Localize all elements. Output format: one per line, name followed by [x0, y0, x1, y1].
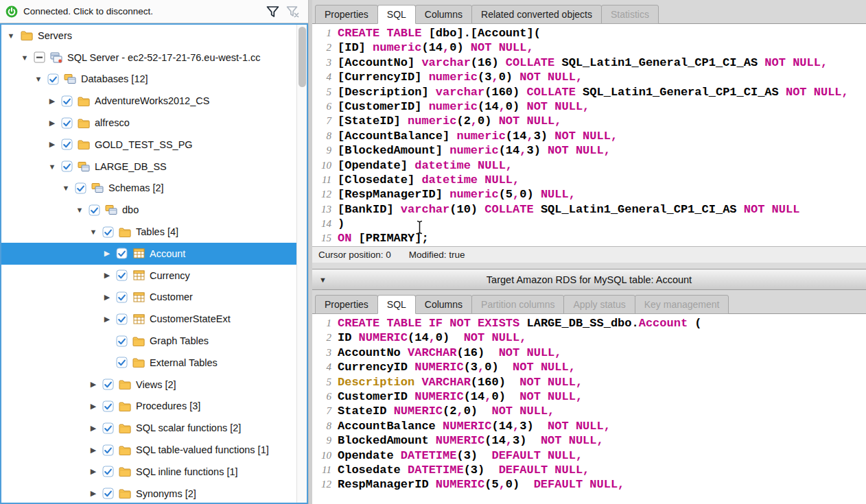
tree-item-adventureworks2012-cs[interactable]: ▶AdventureWorks2012_CS — [1, 90, 307, 112]
chevron-down-icon[interactable]: ▼ — [18, 53, 32, 62]
chevron-down-icon[interactable]: ▼ — [4, 32, 18, 40]
checkbox-checked[interactable] — [114, 269, 130, 281]
tree-scrollbar-thumb[interactable] — [299, 27, 306, 87]
checkbox-checked[interactable] — [114, 357, 130, 368]
checkbox-checked[interactable] — [59, 95, 75, 107]
tab-partition-columns[interactable]: Partition columns — [471, 295, 564, 314]
tree-item-graph-tables[interactable]: Graph Tables — [1, 330, 307, 352]
tree-item-gold-test-ss-pg[interactable]: ▶GOLD_TEST_SS_PG — [1, 134, 307, 156]
line-number: 3 — [314, 346, 331, 360]
connection-status-icon[interactable] — [5, 5, 18, 18]
filter-icon[interactable] — [266, 5, 280, 19]
code-line: 1CREATE TABLE [dbo].[Account]( — [314, 26, 866, 40]
checkbox-checked[interactable] — [100, 488, 116, 499]
chevron-right-icon[interactable]: ▶ — [100, 293, 114, 302]
line-number: 5 — [314, 375, 331, 389]
chevron-down-icon[interactable]: ▼ — [59, 184, 73, 192]
tab-statistics[interactable]: Statistics — [601, 5, 659, 24]
tree-item-label: Account — [150, 248, 185, 259]
folder-icon — [116, 466, 134, 477]
tree-item-servers[interactable]: ▼Servers — [1, 25, 307, 47]
chevron-right-icon[interactable]: ▶ — [45, 97, 59, 106]
chevron-down-icon[interactable]: ▼ — [45, 163, 59, 171]
db-icon — [61, 73, 79, 84]
target-sql-editor[interactable]: 1CREATE TABLE IF NOT EXISTS LARGE_DB_SS_… — [312, 314, 866, 504]
checkbox-checked[interactable] — [59, 139, 75, 150]
line-number: 9 — [314, 433, 331, 448]
tab-apply-status[interactable]: Apply status — [563, 295, 635, 314]
tab-key-management[interactable]: Key management — [635, 295, 729, 314]
filter-clear-icon[interactable] — [285, 5, 300, 19]
tree-item-sql-server-ec2-52-17-21-76-eu-west-1-cc[interactable]: ▼SQL Server - ec2-52-17-21-76.eu-west-1.… — [1, 47, 307, 69]
source-tree-panel: Connected. Click to disconnect. ▼Servers… — [0, 0, 308, 504]
checkbox-checked[interactable] — [114, 313, 130, 325]
checkbox-checked[interactable] — [100, 422, 116, 434]
tree-item-views-2[interactable]: ▶Views [2] — [1, 374, 307, 396]
chevron-right-icon[interactable]: ▶ — [45, 140, 59, 149]
tab-sql[interactable]: SQL — [377, 295, 416, 314]
tree-item-label: CustomerStateExt — [150, 313, 231, 324]
code-text: [BankID] varchar(10) COLLATE SQL_Latin1_… — [338, 202, 799, 217]
tree-item-tables-4[interactable]: ▼Tables [4] — [1, 221, 307, 243]
tree-item-sql-inline-functions-1[interactable]: ▶SQL inline functions [1] — [1, 461, 307, 483]
checkbox-checked[interactable] — [73, 182, 89, 194]
tab-related-converted-objects[interactable]: Related converted objects — [471, 5, 602, 24]
code-text: ID NUMERIC(14,0) NOT NULL, — [338, 331, 526, 345]
chevron-right-icon[interactable]: ▶ — [86, 402, 100, 411]
tree-item-dbo[interactable]: ▼dbo — [1, 199, 307, 221]
tree-item-customer[interactable]: ▶Customer — [1, 287, 307, 309]
panel-splitter-horizontal[interactable] — [312, 263, 866, 269]
tree-item-sql-table-valued-functions-1[interactable]: ▶SQL table-valued functions [1] — [1, 439, 307, 461]
chevron-right-icon[interactable]: ▶ — [86, 424, 100, 433]
tree-item-alfresco[interactable]: ▶alfresco — [1, 112, 307, 134]
chevron-right-icon[interactable]: ▶ — [86, 467, 100, 476]
tree-item-databases-12[interactable]: ▼Databases [12] — [1, 69, 307, 91]
checkbox-indeterminate[interactable] — [32, 51, 47, 63]
tab-sql[interactable]: SQL — [377, 5, 416, 24]
connection-status-text[interactable]: Connected. Click to disconnect. — [23, 6, 153, 16]
tree-item-schemas-2[interactable]: ▼Schemas [2] — [1, 178, 307, 200]
tree-scrollbar[interactable] — [296, 25, 307, 503]
tab-properties[interactable]: Properties — [315, 5, 378, 24]
chevron-right-icon[interactable]: ▶ — [100, 249, 114, 258]
checkbox-checked[interactable] — [100, 226, 116, 238]
collapse-arrow-icon[interactable]: ▼ — [319, 276, 327, 284]
tree-item-currency[interactable]: ▶Currency — [1, 265, 307, 287]
tab-columns[interactable]: Columns — [415, 295, 472, 314]
code-line: 5Description VARCHAR(160) NOT NULL, — [314, 375, 866, 389]
tree-item-external-tables[interactable]: External Tables — [1, 352, 307, 374]
chevron-right-icon[interactable]: ▶ — [86, 380, 100, 389]
checkbox-checked[interactable] — [45, 73, 61, 85]
chevron-right-icon[interactable]: ▶ — [45, 119, 59, 128]
chevron-right-icon[interactable]: ▶ — [100, 315, 114, 324]
tree-item-large-db-ss[interactable]: ▼LARGE_DB_SS — [1, 156, 307, 178]
tree-item-sql-scalar-functions-2[interactable]: ▶SQL scalar functions [2] — [1, 417, 307, 439]
chevron-right-icon[interactable]: ▶ — [86, 489, 100, 498]
tree-item-account[interactable]: ▶Account — [1, 243, 307, 265]
chevron-right-icon[interactable]: ▶ — [100, 271, 114, 280]
code-text: [Description] varchar(160) COLLATE SQL_L… — [338, 85, 849, 99]
checkbox-checked[interactable] — [100, 444, 116, 456]
tree-item-procedures-3[interactable]: ▶Procedures [3] — [1, 396, 307, 418]
checkbox-checked[interactable] — [114, 248, 130, 259]
checkbox-checked[interactable] — [100, 379, 116, 390]
tree-item-label: LARGE_DB_SS — [95, 161, 167, 172]
checkbox-checked[interactable] — [86, 204, 102, 216]
line-number: 8 — [314, 419, 331, 433]
checkbox-checked[interactable] — [100, 466, 116, 477]
source-sql-editor[interactable]: 1CREATE TABLE [dbo].[Account](2[ID] nume… — [312, 24, 866, 246]
checkbox-checked[interactable] — [114, 291, 130, 303]
tree-item-synonyms-2[interactable]: ▶Synonyms [2] — [1, 483, 307, 503]
checkbox-checked[interactable] — [59, 160, 75, 172]
checkbox-checked[interactable] — [59, 117, 75, 129]
tree-item-label: SQL scalar functions [2] — [136, 422, 241, 433]
chevron-down-icon[interactable]: ▼ — [32, 75, 45, 83]
chevron-down-icon[interactable]: ▼ — [73, 206, 86, 214]
tab-properties[interactable]: Properties — [315, 295, 378, 314]
tree-item-customerstateext[interactable]: ▶CustomerStateExt — [1, 308, 307, 330]
checkbox-checked[interactable] — [114, 335, 130, 347]
chevron-right-icon[interactable]: ▶ — [86, 446, 100, 455]
chevron-down-icon[interactable]: ▼ — [86, 228, 100, 236]
checkbox-checked[interactable] — [100, 400, 116, 412]
tab-columns[interactable]: Columns — [415, 5, 472, 24]
